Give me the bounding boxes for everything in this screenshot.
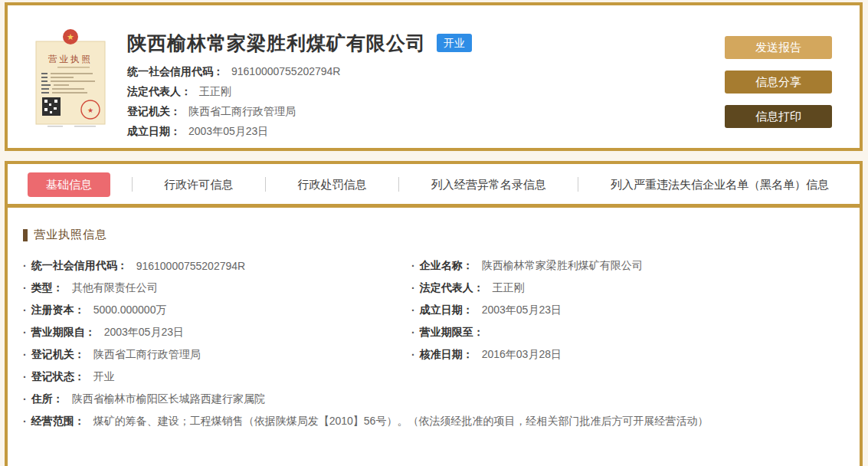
tab-divider (578, 177, 578, 192)
section-title-bar (23, 229, 28, 241)
bullet: · (23, 327, 27, 339)
tab-administrative-license[interactable]: 行政许可信息 (153, 172, 244, 197)
tab-divider (265, 177, 266, 192)
detail-registered-capital: ·注册资本：5000.000000万 (23, 299, 411, 321)
tab-basic-info[interactable]: 基础信息 (28, 172, 110, 197)
status-badge: 开业 (437, 34, 472, 52)
detail-registration-authority: ·登记机关：陕西省工商行政管理局 (23, 343, 411, 366)
company-name-title: 陕西榆林常家梁胜利煤矿有限公司 (127, 31, 426, 54)
detail-empty-cell (411, 366, 844, 388)
bullet: · (411, 304, 415, 317)
bullet: · (411, 349, 415, 361)
svg-text:★: ★ (87, 107, 93, 114)
detail-credit-code: ·统一社会信用代码：91610000755202794R (23, 254, 411, 277)
detail-approval-date: ·核准日期：2016年03月28日 (411, 343, 844, 366)
tab-bar: 基础信息 行政许可信息 行政处罚信息 列入经营异常名录信息 列入严重违法失信企业… (8, 164, 860, 204)
bullet: · (23, 415, 27, 428)
header-field-registration-authority: 登记机关：陕西省工商行政管理局 (127, 105, 725, 117)
section-title-business-license: 营业执照信息 (23, 228, 844, 242)
tab-divider (132, 177, 133, 192)
bullet: · (411, 327, 415, 339)
detail-business-scope: ·经营范围：煤矿的筹备、建设；工程煤销售（依据陕煤局发【2010】56号）。（依… (23, 410, 844, 432)
send-report-button[interactable]: 发送报告 (725, 36, 832, 59)
share-info-button[interactable]: 信息分享 (725, 71, 832, 94)
bullet: · (23, 371, 27, 383)
header-field-establish-date: 成立日期：2003年05月23日 (127, 125, 725, 137)
detail-establish-date: ·成立日期：2003年05月23日 (411, 299, 844, 321)
bullet: · (411, 282, 415, 294)
detail-company-type: ·类型：其他有限责任公司 (23, 277, 411, 299)
tab-blacklist[interactable]: 列入严重违法失信企业名单（黑名单）信息 (600, 172, 840, 197)
business-license-thumbnail: ★ 营业执照 ★ (32, 28, 109, 130)
detail-company-name: ·企业名称：陕西榆林常家梁胜利煤矿有限公司 (411, 254, 844, 277)
tab-administrative-penalty[interactable]: 行政处罚信息 (287, 172, 378, 197)
company-header-panel: ★ 营业执照 ★ (5, 2, 863, 151)
license-title-text: 营业执照 (48, 54, 93, 64)
header-field-legal-representative: 法定代表人：王正刚 (127, 85, 725, 97)
emblem-star-icon: ★ (67, 32, 74, 41)
qr-code-icon (42, 97, 61, 116)
bullet: · (411, 260, 415, 272)
print-info-button[interactable]: 信息打印 (725, 105, 832, 128)
tab-divider (398, 177, 399, 192)
detail-term-from: ·营业期限自：2003年05月23日 (23, 321, 411, 343)
tab-abnormal-operation-list[interactable]: 列入经营异常名录信息 (421, 172, 557, 197)
bullet: · (23, 349, 27, 361)
header-field-credit-code: 统一社会信用代码：91610000755202794R (127, 65, 725, 77)
detail-address: ·住所：陕西省榆林市榆阳区长城路西建行家属院 (23, 388, 844, 410)
bullet: · (23, 260, 27, 272)
bullet: · (23, 304, 27, 317)
bullet: · (23, 282, 27, 294)
detail-term-to: ·营业期限至： (411, 321, 844, 343)
license-detail-grid: ·统一社会信用代码：91610000755202794R ·企业名称：陕西榆林常… (23, 254, 844, 432)
business-license-image: ★ 营业执照 ★ (32, 28, 109, 130)
bullet: · (23, 393, 27, 405)
detail-legal-representative: ·法定代表人：王正刚 (411, 277, 844, 299)
detail-panel: 基础信息 行政许可信息 行政处罚信息 列入经营异常名录信息 列入严重违法失信企业… (5, 161, 863, 466)
detail-registration-status: ·登记状态：开业 (23, 366, 411, 388)
